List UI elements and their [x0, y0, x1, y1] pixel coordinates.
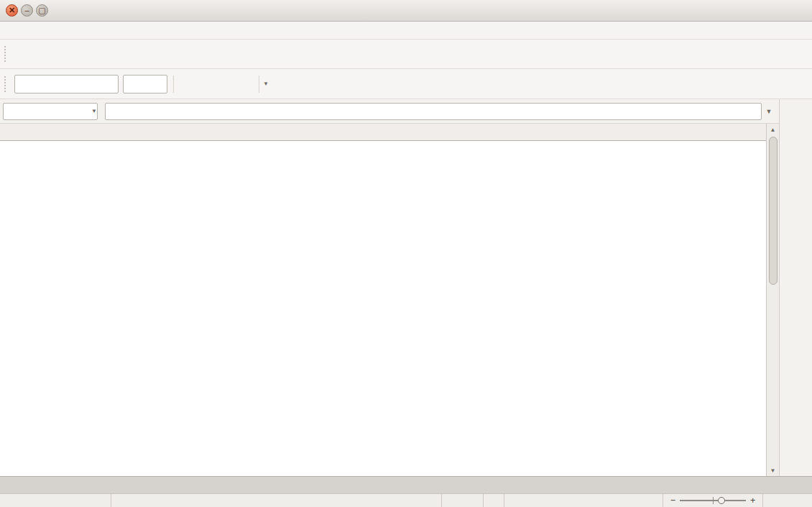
minimize-icon[interactable]: –	[21, 4, 33, 17]
menubar	[0, 22, 812, 40]
sheet-tab-bar	[0, 476, 812, 493]
font-size-box: ▼	[123, 75, 167, 93]
zoom-slider: − +	[663, 494, 763, 507]
cell-reference-input[interactable]	[4, 106, 89, 117]
zoom-in-icon[interactable]: +	[750, 495, 755, 506]
zoom-out-icon[interactable]: −	[670, 495, 675, 506]
titlebar[interactable]: ✕ – ▢	[0, 0, 812, 22]
formula-input[interactable]	[106, 106, 761, 117]
sheet-info	[0, 494, 111, 507]
scroll-down-icon[interactable]: ▼	[767, 465, 779, 476]
name-box-dropdown-icon[interactable]: ▼	[91, 108, 97, 114]
font-size-dropdown-icon[interactable]: ▼	[259, 76, 272, 93]
embedded-chart[interactable]	[33, 141, 558, 436]
spreadsheet-grid[interactable]	[0, 141, 766, 476]
selection-statistics[interactable]	[504, 494, 663, 507]
page-style[interactable]	[111, 494, 442, 507]
close-icon[interactable]: ✕	[6, 4, 18, 17]
font-name-box: ▼	[14, 75, 119, 93]
vertical-scrollbar[interactable]: ▲ ▼	[766, 124, 779, 476]
toolbar-grip[interactable]	[4, 76, 9, 92]
formatting-toolbar: ▼ ▼	[0, 69, 812, 99]
zoom-slider-track[interactable]	[680, 500, 746, 501]
formula-input-wrap	[105, 103, 762, 120]
font-size-input[interactable]	[124, 76, 259, 92]
maximize-icon[interactable]: ▢	[36, 4, 48, 17]
status-icons	[442, 494, 484, 507]
scroll-up-icon[interactable]: ▲	[767, 124, 779, 135]
standard-toolbar	[0, 40, 812, 69]
zoom-slider-knob[interactable]	[718, 497, 725, 504]
name-box: ▼	[3, 103, 98, 120]
vertical-scrollbar-thumb[interactable]	[769, 137, 778, 285]
toolbar-grip[interactable]	[4, 46, 9, 62]
libreoffice-calc-window: ✕ – ▢ ▼ ▼ ▼ ▼	[0, 0, 812, 507]
status-bar: − +	[0, 493, 812, 507]
zoom-level[interactable]	[763, 494, 812, 507]
formula-bar: ▼ ▼	[0, 99, 779, 124]
sidebar-tab-strip	[779, 99, 812, 476]
expand-formula-bar-icon[interactable]: ▼	[762, 108, 776, 115]
column-headers	[0, 124, 766, 141]
